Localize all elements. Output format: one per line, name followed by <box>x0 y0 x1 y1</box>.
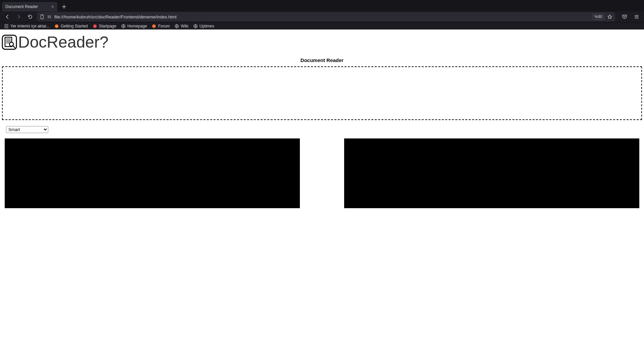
tab-title: Document Reader <box>5 4 38 9</box>
file-icon <box>40 14 44 19</box>
bookmark-label: Uptimes <box>200 24 214 28</box>
docreader-logo-icon <box>1 34 17 50</box>
zoom-badge[interactable]: %90 <box>592 14 604 20</box>
bookmark-uptimes[interactable]: Uptimes <box>193 24 214 28</box>
url-text: file:///home/kobruh/src/docReader/Fronte… <box>54 14 590 19</box>
browser-chrome: Document Reader × file:///home/kobruh/sr… <box>0 0 644 30</box>
reload-icon <box>28 14 33 19</box>
globe-icon <box>193 24 198 28</box>
reload-button[interactable] <box>25 12 35 21</box>
svg-point-3 <box>152 24 156 28</box>
bookmark-getting-started[interactable]: Getting Started <box>54 24 88 28</box>
back-button[interactable] <box>3 12 12 21</box>
import-icon <box>4 24 9 28</box>
bookmark-label: Homepage <box>127 24 147 28</box>
file-drop-zone[interactable] <box>2 66 642 120</box>
tab-strip: Document Reader × <box>0 0 644 11</box>
output-panels <box>1 138 643 208</box>
new-tab-button[interactable] <box>59 2 69 11</box>
tab-document-reader[interactable]: Document Reader × <box>2 2 57 11</box>
bookmark-label: Startpage <box>99 24 116 28</box>
bookmark-forum[interactable]: Forum <box>152 24 170 28</box>
close-icon[interactable]: × <box>51 4 54 9</box>
page-subtitle: Document Reader <box>1 57 643 63</box>
menu-button[interactable] <box>632 12 641 21</box>
forward-button[interactable] <box>14 12 23 21</box>
bookmark-startpage[interactable]: Startpage <box>93 24 116 28</box>
star-icon[interactable] <box>607 14 612 19</box>
output-panel-right <box>344 138 639 208</box>
bookmark-wiki[interactable]: Wiki <box>174 24 189 28</box>
mode-select[interactable]: Smart <box>6 126 48 133</box>
bookmark-label: Yer imlerini içe aktar... <box>10 24 50 28</box>
mode-select-wrapper: Smart <box>6 126 643 133</box>
firefox-icon <box>54 24 59 28</box>
bookmark-homepage[interactable]: Homepage <box>121 24 147 28</box>
toolbar-right-icons <box>620 12 641 21</box>
output-panel-left <box>5 138 300 208</box>
arrow-left-icon <box>5 14 10 19</box>
hamburger-icon <box>634 14 639 19</box>
plus-icon <box>62 5 66 9</box>
permissions-icon[interactable] <box>47 14 52 19</box>
brand-title: DocReader? <box>18 33 108 51</box>
bookmarks-bar: Yer imlerini içe aktar... Getting Starte… <box>0 22 644 30</box>
bookmark-label: Wiki <box>181 24 189 28</box>
page-header: DocReader? <box>1 32 643 51</box>
bookmark-import[interactable]: Yer imlerini içe aktar... <box>4 24 50 28</box>
pocket-button[interactable] <box>620 12 629 21</box>
globe-icon <box>121 24 126 28</box>
forum-icon <box>152 24 156 28</box>
startpage-icon <box>93 24 97 28</box>
page-content: DocReader? Document Reader Smart <box>0 30 644 222</box>
address-bar[interactable]: file:///home/kobruh/src/docReader/Fronte… <box>37 12 615 21</box>
bookmark-label: Getting Started <box>61 24 88 28</box>
toolbar: file:///home/kobruh/src/docReader/Fronte… <box>0 11 644 22</box>
globe-icon <box>174 24 179 28</box>
svg-point-1 <box>93 24 97 28</box>
arrow-right-icon <box>16 14 21 19</box>
bookmark-label: Forum <box>158 24 170 28</box>
pocket-icon <box>622 14 627 19</box>
